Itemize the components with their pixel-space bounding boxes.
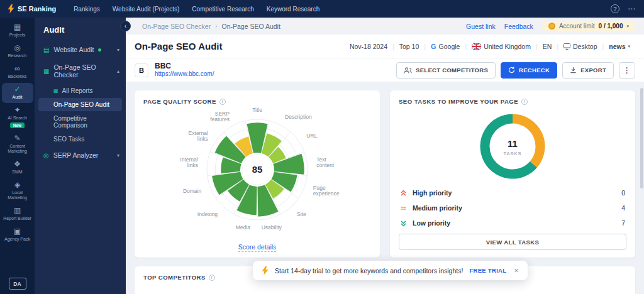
sidebar-item-projects[interactable]: ▦Projects (2, 21, 33, 41)
chevron-up-icon: ▴ (117, 68, 119, 74)
kebab-menu-button[interactable]: ⋮ (619, 62, 635, 79)
sidebar-item-label: Report Builder (3, 216, 31, 221)
button-label: EXPORT (580, 67, 606, 74)
guest-link[interactable]: Guest link (466, 23, 496, 30)
ai-search-icon: ✦ (14, 106, 20, 114)
low-priority-icon (400, 220, 407, 227)
select-competitors-button[interactable]: SELECT COMPETITORS (396, 62, 496, 79)
bolt-icon (262, 266, 269, 275)
sidebar-item-serp-analyzer[interactable]: ◎ SERP Analyzer ▾ (35, 146, 126, 164)
button-label: SELECT COMPETITORS (416, 67, 488, 74)
feedback-link[interactable]: Feedback (504, 23, 533, 30)
topnav-item-keyword-research[interactable]: Keyword Research (260, 0, 326, 18)
priority-row-high-priority: High priority0 (399, 185, 626, 200)
sidebar-item-audit[interactable]: ✓Audit (2, 83, 33, 103)
sidebar-item-research[interactable]: ◎Research (2, 41, 33, 62)
sidebar-item-report-builder[interactable]: ▥Report Builder (2, 204, 33, 224)
sidebar-item-da[interactable]: DA (9, 278, 26, 290)
desktop-icon (564, 43, 570, 50)
meta-top-10: Top 10 (394, 43, 425, 50)
info-icon[interactable]: i (521, 99, 528, 105)
sidebar-item-label: Research (8, 53, 27, 58)
local-marketing-icon: ◈ (14, 181, 20, 189)
meta-label: Nov-18 2024 (350, 43, 387, 50)
sidebar-item-website-audit[interactable]: ▤ Website Audit ▾ (35, 41, 126, 58)
sidebar-collapse-button[interactable]: ‹ (120, 21, 131, 31)
topnav-item-competitive-research[interactable]: Competitive Research (186, 0, 260, 18)
priority-value: 0 (621, 189, 625, 197)
quality-radar-chart: 85TitleDescriptionURLTextcontentPageexpe… (144, 105, 370, 234)
coin-icon (548, 23, 555, 30)
meta-label: news (609, 43, 625, 50)
sidebar-item-label: Local Marketing (3, 190, 33, 200)
card-title: PAGE QUALITY SCORE (143, 98, 216, 105)
sidebar-item-label: Competitive Comparison (53, 115, 117, 129)
top-navigation: SE Ranking RankingsWebsite Audit (Projec… (0, 0, 644, 18)
info-icon[interactable]: i (219, 99, 226, 105)
sidebar-item-agency-pack[interactable]: ▣Agency Pack (2, 225, 33, 245)
topnav-menu: RankingsWebsite Audit (Projects)Competit… (67, 0, 326, 18)
sidebar-item-content-marketing[interactable]: ✎Content Marketing (2, 132, 33, 157)
account-limit-value: 0 / 1,000 (599, 23, 623, 30)
site-actions: SELECT COMPETITORS RECHECK EXPORT ⋮ (396, 62, 635, 79)
priority-list: High priority0Medium priority4Low priori… (399, 185, 626, 231)
sidebar-item-label: SERP Analyzer (53, 151, 99, 159)
google-icon: G (431, 43, 436, 50)
site-name: BBC (155, 62, 214, 70)
sidebar-item-smm[interactable]: ❖SMM (2, 158, 33, 178)
icon-sidebar: ▦Projects◎Research∞Backlinks✓Audit✦AI Se… (0, 18, 35, 294)
sidebar-item-all-reports[interactable]: ▦All Reports (38, 84, 122, 97)
sidebar-item-backlinks[interactable]: ∞Backlinks (2, 62, 33, 82)
card-title: SEO TASKS TO IMPROVE YOUR PAGE (399, 98, 518, 105)
radar-label-domain: Domain (183, 188, 202, 194)
breadcrumb-parent[interactable]: On-Page SEO Checker (142, 23, 211, 30)
se-ranking-logo[interactable]: SE Ranking (0, 4, 67, 13)
projects-icon: ▦ (14, 23, 21, 31)
help-icon[interactable]: ? (611, 4, 619, 13)
meta-label: United Kingdom (484, 43, 531, 50)
more-menu-icon[interactable]: ⋯ (628, 4, 635, 13)
topnav-item-rankings[interactable]: Rankings (67, 0, 106, 18)
site-url-link[interactable]: https://www.bbc.com/ (155, 70, 214, 78)
agency-pack-icon: ▣ (14, 227, 21, 236)
recheck-button[interactable]: RECHECK (501, 62, 557, 79)
sidebar-item-competitive-comparison[interactable]: Competitive Comparison (38, 112, 122, 132)
on-page-seo-checker-icon: ▦ (43, 68, 49, 75)
tasks-count-value: 11 (508, 138, 518, 149)
priority-label: Medium priority (413, 204, 462, 212)
main-content: On-Page SEO Checker › On-Page SEO Audit … (126, 18, 644, 294)
score-details-link[interactable]: Score details (238, 243, 277, 252)
account-limit-badge[interactable]: Account limit 0 / 1,000 ▾ (542, 21, 635, 31)
button-label: RECHECK (519, 67, 550, 74)
breadcrumb: On-Page SEO Checker › On-Page SEO Audit … (126, 18, 644, 35)
card-header: PAGE QUALITY SCORE i (143, 98, 371, 105)
view-all-tasks-button[interactable]: VIEW ALL TASKS (399, 234, 626, 250)
all-reports-icon: ▦ (53, 88, 58, 94)
sidebar-item-local-marketing[interactable]: ◈Local Marketing (2, 178, 33, 204)
scrollbar[interactable] (640, 88, 643, 188)
info-icon[interactable]: i (209, 275, 215, 281)
export-button[interactable]: EXPORT (562, 62, 614, 79)
radar-label-text-content: Textcontent (316, 156, 335, 168)
sidebar-item-label: AI Search (8, 116, 27, 121)
sidebar-item-ai-search[interactable]: ✦AI SearchNew (2, 104, 33, 131)
meta-label: EN (543, 43, 552, 50)
sidebar-item-on-page-seo-checker[interactable]: ▦ On-Page SEO Checker ▴ (35, 58, 126, 84)
page-title: On-Page SEO Audit (135, 41, 222, 52)
close-icon[interactable]: × (514, 266, 519, 275)
sidebar-item-seo-tasks[interactable]: SEO Tasks (38, 133, 122, 146)
logo-bolt-icon (8, 4, 14, 13)
meta-news[interactable]: news▾ (604, 43, 635, 50)
score-details: Score details (135, 241, 380, 252)
chevron-down-icon: ▾ (628, 44, 630, 49)
chevron-down-icon: ▾ (626, 24, 629, 29)
seo-tasks-card: SEO TASKS TO IMPROVE YOUR PAGE i 11TASKS… (390, 90, 635, 258)
sidebar-title: Audit (35, 18, 126, 41)
topnav-item-website-audit-projects-[interactable]: Website Audit (Projects) (106, 0, 186, 18)
sidebar-item-on-page-seo-audit[interactable]: On-Page SEO Audit (38, 98, 122, 111)
free-trial-link[interactable]: FREE TRIAL (469, 267, 506, 274)
page-header: On-Page SEO Audit Nov-18 2024|Top 10|GGo… (126, 35, 644, 58)
page-quality-score-card: PAGE QUALITY SCORE i 85TitleDescriptionU… (135, 90, 380, 258)
meta-label: Top 10 (399, 43, 419, 50)
trial-toast: Start 14-day trial to get more keywords … (253, 261, 528, 280)
